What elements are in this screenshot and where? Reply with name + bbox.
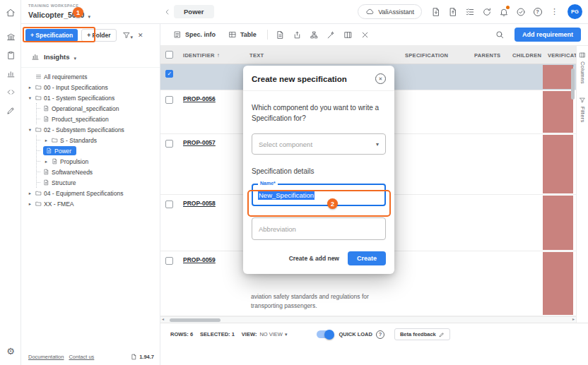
doc-icon: [43, 169, 49, 175]
chevron-right-icon[interactable]: [43, 138, 49, 143]
matrix-icon[interactable]: [341, 27, 356, 42]
row-checkbox[interactable]: [165, 201, 173, 208]
workspace-selector[interactable]: TRAINING WORKSPACE Valicopter_5000: [21, 1, 160, 23]
column-header-text[interactable]: TEXT: [244, 46, 399, 64]
tree-item-propulsion[interactable]: Propulsion: [37, 156, 157, 167]
view-label: VIEW:: [242, 331, 257, 337]
close-icon[interactable]: ✕: [375, 73, 386, 84]
validation-check-icon[interactable]: [513, 4, 528, 19]
column-header-parents[interactable]: PARENTS: [469, 46, 507, 64]
tree-item-00-input-specifications[interactable]: 00 - Input Specifications: [27, 82, 157, 92]
tree-item-02-subsystem-specifications[interactable]: 02 - Subsystem Specifications: [27, 124, 157, 135]
filter-icon[interactable]: [122, 29, 134, 42]
component-select[interactable]: Select component ▾: [252, 133, 386, 155]
spec-info-button[interactable]: Spec. info: [167, 28, 221, 42]
scroll-left-icon[interactable]: ◂: [162, 316, 164, 321]
home-icon[interactable]: [0, 4, 21, 21]
create-and-add-new-button[interactable]: Create & add new: [289, 255, 339, 262]
column-header-children[interactable]: CHILDREN: [507, 46, 542, 64]
chevron-right-icon[interactable]: [27, 191, 33, 196]
filters-panel-tab[interactable]: Filters: [579, 97, 586, 123]
tree-item-all-requirements[interactable]: All requirements: [27, 71, 157, 82]
sync-icon[interactable]: [479, 4, 494, 19]
column-header-identifier[interactable]: IDENTIFIER: [177, 46, 244, 64]
add-folder-button[interactable]: + Folder: [81, 29, 116, 42]
tree-item-04-equipment-specifications[interactable]: 04 - Equipment Specifications: [27, 188, 157, 198]
scroll-up-icon[interactable]: ▴: [570, 63, 575, 67]
import-document-icon[interactable]: [445, 4, 460, 19]
avatar[interactable]: PG: [568, 4, 582, 19]
select-all-checkbox[interactable]: [165, 51, 173, 59]
row-checkbox[interactable]: [165, 140, 173, 148]
chevron-down-icon[interactable]: [88, 8, 90, 21]
chevron-right-icon[interactable]: [27, 85, 33, 90]
chevron-down-icon[interactable]: [27, 127, 33, 133]
verification-status-cell: [543, 196, 573, 250]
chevron-right-icon[interactable]: [27, 201, 33, 207]
tree-item-power-selected[interactable]: Power: [37, 145, 157, 156]
vali-assistant-button[interactable]: ValiAssistant: [358, 4, 422, 19]
create-button[interactable]: Create: [348, 251, 386, 265]
open-spec-tab[interactable]: Power: [174, 5, 214, 18]
more-options-icon[interactable]: [547, 4, 562, 19]
collapse-sidebar-icon[interactable]: [163, 8, 172, 16]
requirement-id-link[interactable]: PROP-0058: [183, 200, 216, 207]
code-icon[interactable]: [0, 83, 21, 100]
quick-load-toggle[interactable]: [317, 330, 334, 338]
clear-filter-icon[interactable]: ✕: [138, 32, 143, 39]
contact-us-link[interactable]: Contact us: [69, 354, 94, 360]
requirement-id-link[interactable]: PROP-0059: [183, 256, 216, 263]
clear-view-icon[interactable]: [358, 27, 373, 42]
settings-gear-icon[interactable]: ⚙: [0, 342, 21, 359]
row-checkbox[interactable]: [165, 257, 173, 265]
hierarchy-icon[interactable]: [307, 27, 322, 42]
tree-item-xx-fmea[interactable]: XX - FMEA: [27, 198, 157, 209]
column-header-verification[interactable]: VERIFICATION S: [542, 46, 576, 64]
row-checkbox[interactable]: [165, 70, 173, 78]
quick-load-label: QUICK LOAD: [339, 331, 372, 337]
requirement-id-link[interactable]: PROP-0056: [183, 95, 216, 102]
columns-panel-tab[interactable]: Columns: [579, 52, 586, 84]
tree-item-structure[interactable]: Structure: [37, 177, 157, 188]
add-requirement-button[interactable]: Add requirement: [514, 28, 581, 42]
tree-item-product-specification[interactable]: Product_specification: [37, 114, 157, 124]
horizontal-scrollbar[interactable]: ◂ ▸: [160, 316, 576, 323]
name-field[interactable]: Name* New_Specification: [252, 184, 386, 206]
clipboard-icon[interactable]: [0, 47, 21, 64]
tree-item-softwareneeds[interactable]: SoftwareNeeds: [37, 167, 157, 177]
analytics-icon[interactable]: [0, 65, 21, 82]
abbreviation-field[interactable]: [252, 217, 386, 240]
verification-status-cell: [543, 252, 573, 315]
requirement-id-link[interactable]: PROP-0057: [183, 139, 216, 146]
search-icon[interactable]: [492, 27, 507, 42]
add-specification-button[interactable]: + Specification: [25, 29, 78, 42]
tree-item-operational-specification[interactable]: Operational_specification: [37, 103, 157, 114]
vertical-scrollbar-thumb[interactable]: [571, 68, 575, 100]
table-view-button[interactable]: Table: [223, 28, 262, 42]
notifications-bell-icon[interactable]: [496, 4, 511, 19]
document-view-icon[interactable]: [273, 27, 288, 42]
row-checkbox[interactable]: [165, 96, 173, 104]
vertical-scrollbar[interactable]: ▴: [570, 64, 575, 316]
magic-wand-icon[interactable]: [324, 27, 339, 42]
version-number: 1.94.7: [139, 354, 154, 360]
tree-item-01-system-specifications[interactable]: 01 - System Specifications: [27, 92, 157, 103]
insights-section[interactable]: Insights: [21, 46, 160, 68]
view-selector[interactable]: NO VIEW: [259, 331, 287, 337]
chevron-right-icon[interactable]: [43, 159, 49, 164]
export-document-icon[interactable]: [428, 4, 443, 19]
edit-icon[interactable]: [0, 102, 21, 119]
documentation-link[interactable]: Documentation: [28, 354, 64, 360]
export-icon[interactable]: [290, 27, 305, 42]
help-icon[interactable]: [530, 4, 545, 19]
task-list-icon[interactable]: [462, 4, 477, 19]
tree-item-s-standards[interactable]: S - Standards: [37, 135, 157, 145]
chevron-down-icon[interactable]: [27, 95, 33, 101]
scroll-right-icon[interactable]: ▸: [572, 316, 575, 321]
horizontal-scrollbar-thumb[interactable]: [170, 318, 220, 322]
quick-load-help-icon[interactable]: [376, 330, 384, 339]
components-icon[interactable]: [0, 28, 21, 45]
folder-icon: [35, 126, 42, 133]
beta-feedback-button[interactable]: Beta feedback: [394, 328, 450, 340]
column-header-specification[interactable]: SPECIFICATION: [399, 46, 469, 64]
